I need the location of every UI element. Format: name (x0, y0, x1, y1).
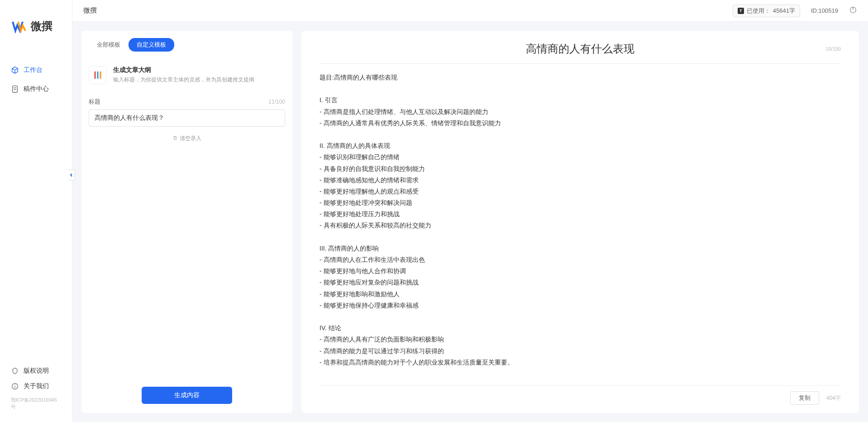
svg-rect-0 (13, 86, 18, 92)
nav-about[interactable]: 关于我们 (0, 379, 72, 394)
nav-copyright[interactable]: 版权说明 (0, 363, 72, 379)
usage-value: 45641字 (773, 7, 795, 15)
template-title: 生成文章大纲 (113, 66, 254, 74)
logo-text: 微撰 (31, 19, 52, 33)
template-desc: 输入标题，为你提供文章主体的灵感，并为其创建推文提纲 (113, 76, 254, 84)
sidebar-bottom: 版权说明 关于我们 鄂ICP备2022016946号 (0, 363, 72, 422)
tab-all-templates[interactable]: 全部模板 (89, 38, 129, 52)
svg-point-5 (14, 384, 15, 385)
word-count: 404字 (826, 394, 841, 402)
template-card[interactable]: 生成文章大纲 输入标题，为你提供文章主体的灵感，并为其创建推文提纲 (89, 61, 285, 90)
clear-button[interactable]: 清空录入 (89, 135, 285, 142)
document-icon (11, 85, 19, 93)
app-logo[interactable]: 微撰 (0, 0, 72, 47)
top-bar: 微撰 T 已使用： 45641字 ID:100519 (72, 0, 868, 22)
icp-text: 鄂ICP备2022016946号 (0, 394, 72, 413)
left-panel: 全部模板 自定义模板 生成文章大纲 输入标题，为你提供文章主体的灵感，并为其创建… (81, 31, 292, 413)
form-label-row: 标题 11/100 (89, 98, 285, 106)
nav-workspace[interactable]: 工作台 (0, 61, 72, 80)
output-footer: 复制 404字 (320, 385, 841, 405)
template-icon (89, 66, 107, 84)
nav-drafts[interactable]: 稿件中心 (0, 80, 72, 99)
output-title[interactable]: 高情商的人有什么表现 (320, 42, 841, 56)
nav-menu: 工作台 稿件中心 (0, 47, 72, 363)
page-title: 微撰 (83, 6, 97, 15)
sidebar-collapse-handle[interactable] (68, 170, 75, 180)
nav-label: 工作台 (24, 66, 43, 74)
shield-icon (11, 367, 19, 375)
main-area: 全部模板 自定义模板 生成文章大纲 输入标题，为你提供文章主体的灵感，并为其创建… (72, 22, 868, 422)
trash-icon (172, 135, 178, 142)
usage-badge[interactable]: T 已使用： 45641字 (733, 5, 800, 17)
output-content[interactable]: 题目:高情商的人有哪些表现 I. 引言 - 高情商是指人们处理情绪、与他人互动以… (320, 72, 841, 385)
nav-label: 关于我们 (24, 382, 49, 390)
info-icon (11, 382, 19, 390)
clear-label: 清空录入 (180, 135, 201, 142)
user-id: ID:100519 (811, 7, 838, 14)
generate-button[interactable]: 生成内容 (142, 387, 232, 404)
text-icon: T (738, 8, 744, 14)
nav-label: 版权说明 (24, 367, 49, 375)
top-right: T 已使用： 45641字 ID:100519 (733, 5, 857, 17)
title-label: 标题 (89, 98, 100, 106)
output-title-count: 10/100 (825, 46, 841, 52)
power-icon[interactable] (849, 6, 857, 15)
sidebar: 微撰 工作台 稿件中心 版权说明 关于我们 鄂ICP备2 (0, 0, 72, 422)
title-input[interactable] (89, 109, 285, 127)
template-info: 生成文章大纲 输入标题，为你提供文章主体的灵感，并为其创建推文提纲 (113, 66, 254, 84)
tab-custom-templates[interactable]: 自定义模板 (129, 38, 174, 52)
tab-bar: 全部模板 自定义模板 (89, 38, 285, 52)
copy-button[interactable]: 复制 (790, 391, 819, 405)
nav-label: 稿件中心 (24, 85, 49, 93)
title-char-count: 11/100 (268, 99, 285, 105)
right-panel: 高情商的人有什么表现 10/100 题目:高情商的人有哪些表现 I. 引言 - … (301, 31, 859, 413)
cube-icon (11, 66, 19, 74)
output-title-row: 高情商的人有什么表现 10/100 (320, 42, 841, 64)
usage-label: 已使用： (747, 7, 770, 15)
logo-icon (11, 18, 27, 34)
